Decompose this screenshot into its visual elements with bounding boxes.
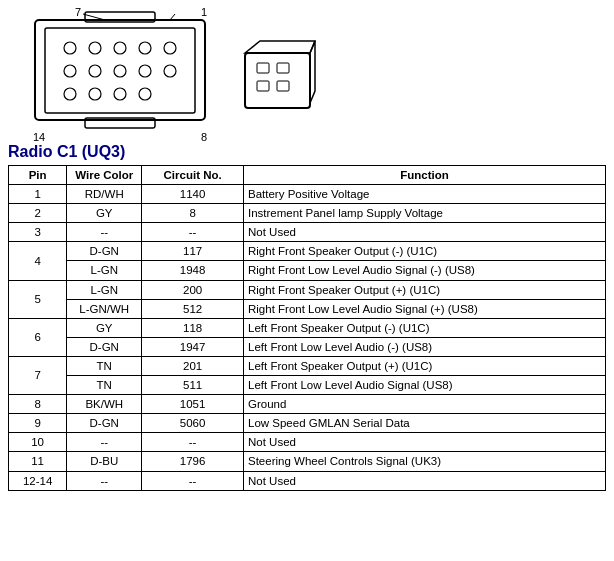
wire-color-cell: TN: [67, 376, 142, 395]
svg-point-13: [89, 88, 101, 100]
wire-color-cell: L-GN/WH: [67, 299, 142, 318]
function-cell: Right Front Speaker Output (+) (U1C): [244, 280, 606, 299]
circuit-cell: 117: [142, 242, 244, 261]
circuit-cell: 1948: [142, 261, 244, 280]
svg-point-2: [64, 42, 76, 54]
svg-rect-20: [245, 53, 310, 108]
pin-cell: 6: [9, 318, 67, 356]
table-row: 4D-GN117Right Front Speaker Output (-) (…: [9, 242, 606, 261]
svg-point-3: [89, 42, 101, 54]
function-cell: Low Speed GMLAN Serial Data: [244, 414, 606, 433]
small-connector: [235, 33, 325, 126]
table-row: 5L-GN200Right Front Speaker Output (+) (…: [9, 280, 606, 299]
function-cell: Not Used: [244, 223, 606, 242]
wire-color-cell: D-GN: [67, 242, 142, 261]
table-row: 10----Not Used: [9, 433, 606, 452]
table-row: 6GY118Left Front Speaker Output (-) (U1C…: [9, 318, 606, 337]
pin-cell: 5: [9, 280, 67, 318]
label-1: 1: [201, 6, 207, 18]
svg-point-4: [114, 42, 126, 54]
table-row: 12-14----Not Used: [9, 471, 606, 490]
wire-color-cell: GY: [67, 204, 142, 223]
circuit-cell: --: [142, 471, 244, 490]
svg-point-11: [164, 65, 176, 77]
svg-point-9: [114, 65, 126, 77]
function-cell: Ground: [244, 395, 606, 414]
function-cell: Right Front Low Level Audio Signal (-) (…: [244, 261, 606, 280]
svg-rect-23: [257, 63, 269, 73]
wire-color-cell: L-GN: [67, 261, 142, 280]
pin-cell: 2: [9, 204, 67, 223]
wire-color-cell: --: [67, 433, 142, 452]
svg-rect-0: [35, 20, 205, 120]
circuit-cell: 1140: [142, 185, 244, 204]
small-connector-svg: [235, 33, 325, 123]
pin-cell: 3: [9, 223, 67, 242]
function-cell: Battery Positive Voltage: [244, 185, 606, 204]
circuit-cell: 8: [142, 204, 244, 223]
col-header-circuit: Circuit No.: [142, 166, 244, 185]
function-cell: Left Front Low Level Audio Signal (US8): [244, 376, 606, 395]
svg-point-7: [64, 65, 76, 77]
function-cell: Left Front Low Level Audio (-) (US8): [244, 337, 606, 356]
svg-rect-24: [277, 63, 289, 73]
pin-cell: 4: [9, 242, 67, 280]
svg-rect-25: [257, 81, 269, 91]
col-header-wire: Wire Color: [67, 166, 142, 185]
function-cell: Not Used: [244, 471, 606, 490]
wire-color-cell: D-GN: [67, 337, 142, 356]
circuit-cell: --: [142, 223, 244, 242]
svg-point-10: [139, 65, 151, 77]
table-row: 9D-GN5060Low Speed GMLAN Serial Data: [9, 414, 606, 433]
circuit-cell: 512: [142, 299, 244, 318]
circuit-cell: 118: [142, 318, 244, 337]
svg-point-8: [89, 65, 101, 77]
svg-marker-21: [245, 41, 315, 53]
wire-color-cell: BK/WH: [67, 395, 142, 414]
function-cell: Not Used: [244, 433, 606, 452]
svg-point-15: [139, 88, 151, 100]
circuit-cell: 1796: [142, 452, 244, 471]
wire-color-cell: D-BU: [67, 452, 142, 471]
wire-color-cell: TN: [67, 356, 142, 375]
table-row: 8BK/WH1051Ground: [9, 395, 606, 414]
col-header-function: Function: [244, 166, 606, 185]
pin-cell: 11: [9, 452, 67, 471]
pin-cell: 10: [9, 433, 67, 452]
pin-cell: 9: [9, 414, 67, 433]
pin-cell: 8: [9, 395, 67, 414]
function-cell: Left Front Speaker Output (-) (U1C): [244, 318, 606, 337]
pin-cell: 12-14: [9, 471, 67, 490]
svg-marker-22: [310, 41, 315, 103]
table-row: 1RD/WH1140Battery Positive Voltage: [9, 185, 606, 204]
label-8: 8: [201, 131, 207, 143]
circuit-cell: 1051: [142, 395, 244, 414]
main-connector-svg: [15, 8, 215, 138]
function-cell: Left Front Speaker Output (+) (U1C): [244, 356, 606, 375]
main-connector: 7 1: [15, 8, 215, 141]
label-7: 7: [75, 6, 81, 18]
wiring-table: Pin Wire Color Circuit No. Function 1RD/…: [8, 165, 606, 491]
function-cell: Steering Wheel Controls Signal (UK3): [244, 452, 606, 471]
circuit-cell: 5060: [142, 414, 244, 433]
svg-point-6: [164, 42, 176, 54]
wire-color-cell: D-GN: [67, 414, 142, 433]
circuit-cell: 1947: [142, 337, 244, 356]
circuit-cell: --: [142, 433, 244, 452]
table-row: 3----Not Used: [9, 223, 606, 242]
wire-color-cell: --: [67, 223, 142, 242]
table-row: L-GN/WH512Right Front Low Level Audio Si…: [9, 299, 606, 318]
svg-point-14: [114, 88, 126, 100]
pin-cell: 7: [9, 356, 67, 394]
wire-color-cell: L-GN: [67, 280, 142, 299]
svg-point-5: [139, 42, 151, 54]
col-header-pin: Pin: [9, 166, 67, 185]
svg-rect-26: [277, 81, 289, 91]
table-row: 2GY8Instrement Panel lamp Supply Voltage: [9, 204, 606, 223]
function-cell: Right Front Speaker Output (-) (U1C): [244, 242, 606, 261]
circuit-cell: 511: [142, 376, 244, 395]
table-row: L-GN1948Right Front Low Level Audio Sign…: [9, 261, 606, 280]
wire-color-cell: RD/WH: [67, 185, 142, 204]
label-14: 14: [33, 131, 45, 143]
table-row: D-GN1947Left Front Low Level Audio (-) (…: [9, 337, 606, 356]
